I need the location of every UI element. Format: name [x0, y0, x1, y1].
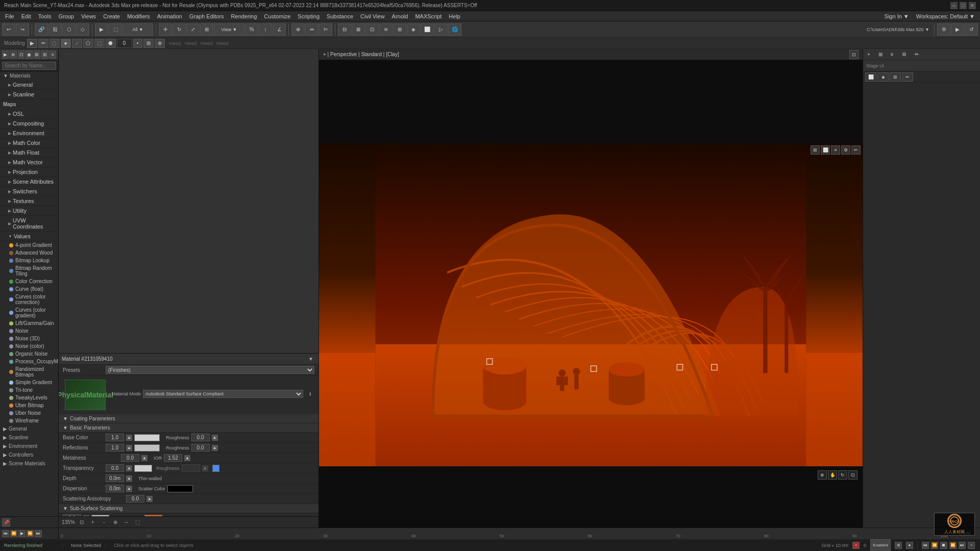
menu-scripting[interactable]: Scripting — [295, 12, 323, 20]
select-button[interactable]: ▶ — [95, 23, 108, 36]
view2-tab[interactable]: View2 — [184, 41, 197, 46]
vp-tool2[interactable]: ⬜ — [821, 145, 830, 155]
timeline-play[interactable]: ▶ — [18, 530, 26, 537]
ior-spinner[interactable]: ▲ — [184, 455, 190, 461]
menu-civil-view[interactable]: Civil View — [357, 12, 387, 20]
depth-spinner[interactable]: ▲ — [126, 475, 132, 482]
sign-in-button[interactable]: Sign In ▼ — [881, 12, 912, 20]
tree-textures[interactable]: ▶ Textures — [0, 196, 58, 206]
percent-snap[interactable]: % — [245, 23, 258, 36]
value-item[interactable]: 4-point Gradient — [0, 241, 58, 249]
right-sub-tab4[interactable]: ✏ — [902, 72, 913, 82]
view4-tab[interactable]: View4 — [216, 41, 228, 46]
value-item[interactable]: Noise (3D) — [0, 335, 58, 342]
next-bottom[interactable]: ⏩ — [949, 542, 957, 549]
maximize-nav[interactable]: ⊡ — [848, 470, 857, 480]
material-mode-info[interactable]: ℹ — [305, 389, 314, 398]
left-tool2[interactable]: ⊕ — [10, 51, 16, 59]
minimize-button[interactable]: ─ — [950, 2, 958, 9]
timeline-end[interactable]: ⏭ — [35, 530, 42, 537]
timeline-track[interactable]: 0102030405060708090100 — [59, 528, 949, 539]
base-color-spinner-up[interactable]: ▲ — [126, 435, 132, 441]
coating-params-section[interactable]: ▼ Coating Parameters — [59, 414, 318, 423]
value-item[interactable]: TweakyLevels — [0, 394, 58, 402]
menu-customize[interactable]: Customize — [261, 12, 293, 20]
redo-button[interactable]: ↪ — [16, 23, 29, 36]
angle-snap[interactable]: ∠ — [273, 23, 286, 36]
link-button[interactable]: 🔗 — [35, 23, 48, 36]
menu-rendering[interactable]: Rendering — [228, 12, 260, 20]
vp-tool5[interactable]: ✏ — [851, 145, 861, 155]
layer-btn[interactable]: ⊟ — [338, 23, 351, 36]
value-item[interactable]: Color Correction — [0, 278, 58, 285]
tree-math-float[interactable]: ▶ Math Float — [0, 148, 58, 158]
right-sub-tab2[interactable]: ◈ — [877, 72, 889, 82]
menu-tools[interactable]: Tools — [35, 12, 55, 20]
filter-dropdown[interactable]: All ▼ — [122, 23, 153, 36]
menu-group[interactable]: Group — [55, 12, 77, 20]
tree-math-color[interactable]: ▶ Math Color — [0, 138, 58, 148]
vp-tool1[interactable]: ⊞ — [811, 145, 820, 155]
rotate-button[interactable]: ↻ — [173, 23, 186, 36]
schematic-btn[interactable]: ⊞ — [393, 23, 406, 36]
left-tool6[interactable]: ⊞ — [41, 51, 48, 59]
tree-controllers[interactable]: ▶ Controllers — [0, 450, 58, 459]
bind2-button[interactable]: ◇ — [76, 23, 89, 36]
lasso-tool[interactable]: ◌ — [50, 39, 60, 48]
nav-btn1[interactable]: ⊕ — [111, 518, 120, 527]
edge-btn[interactable]: ⟋ — [72, 39, 82, 48]
tree-scene-attr[interactable]: ▶ Scene Attributes — [0, 177, 58, 187]
value-item[interactable]: Advanced Wood — [0, 249, 58, 257]
layer2-btn[interactable]: ⊠ — [352, 23, 365, 36]
dispersion-value[interactable] — [106, 485, 124, 492]
select-tool[interactable]: ▶ — [27, 39, 37, 48]
timeline-prev[interactable]: ⏪ — [10, 530, 17, 537]
disp-spinner[interactable]: ▲ — [126, 486, 132, 492]
value-item[interactable]: Randomized Bitmaps — [0, 365, 58, 379]
undo-button[interactable]: ↩ — [2, 23, 15, 36]
value-item[interactable]: Uber Bitmap — [0, 402, 58, 409]
value-item[interactable]: Bitmap Random Tiling — [0, 264, 58, 278]
transparency-value[interactable] — [106, 464, 124, 472]
menu-graph-editors[interactable]: Graph Editors — [186, 12, 227, 20]
right-sub-tab1[interactable]: ⬜ — [865, 72, 876, 82]
layer3-btn[interactable]: ⊡ — [365, 23, 379, 36]
tree-environment[interactable]: ▶ Environment — [0, 129, 58, 138]
scale-button[interactable]: ⤢ — [186, 23, 200, 36]
base-color-swatch[interactable] — [134, 434, 160, 441]
menu-edit[interactable]: Edit — [18, 12, 34, 20]
grid-btn[interactable]: ⊞ — [143, 39, 154, 48]
reflections-value[interactable] — [106, 444, 124, 452]
vp-tool4[interactable]: ⚙ — [841, 145, 850, 155]
spinner-snap[interactable]: ↕ — [259, 23, 272, 36]
refl-spinner[interactable]: ▲ — [126, 445, 132, 451]
zoom-fit[interactable]: ⊡ — [77, 518, 86, 527]
left-tool3[interactable]: ⊡ — [18, 51, 24, 59]
tree-general-bottom[interactable]: ▶ General — [0, 424, 58, 433]
snap-btn[interactable]: ⊕ — [155, 39, 165, 48]
refl-color-swatch[interactable] — [134, 444, 160, 452]
tree-compositing[interactable]: ▶ Compositing — [0, 119, 58, 129]
bind-button[interactable]: ⬡ — [62, 23, 76, 36]
menu-create[interactable]: Create — [100, 12, 123, 20]
end-bottom[interactable]: ⏭ — [959, 542, 966, 549]
left-tool7[interactable]: ≡ — [50, 51, 56, 59]
right-sub-tab3[interactable]: ⊞ — [890, 72, 901, 82]
value-item[interactable]: Noise (color) — [0, 342, 58, 350]
tree-scanline[interactable]: ▶ Scanline — [0, 90, 58, 99]
right-tab2[interactable]: ⊞ — [874, 51, 887, 58]
tree-switchers[interactable]: ▶ Switchers — [0, 187, 58, 196]
move-button[interactable]: ✛ — [159, 23, 172, 36]
thin-walled-toggle[interactable] — [212, 465, 219, 472]
value-item[interactable]: Uber Noise — [0, 409, 58, 417]
roughness-value[interactable] — [191, 434, 210, 441]
timeline-start[interactable]: ⏮ — [2, 530, 9, 537]
timeline-next[interactable]: ⏩ — [27, 530, 34, 537]
presets-select[interactable]: (Finishes) — [106, 366, 314, 374]
unlink-button[interactable]: ⛓ — [48, 23, 62, 36]
render-setup-btn[interactable]: ⚙ — [937, 23, 950, 36]
tree-environment-bottom[interactable]: ▶ Environment — [0, 442, 58, 450]
pan-nav[interactable]: ✋ — [828, 470, 837, 480]
menu-modifiers[interactable]: Modifiers — [124, 12, 153, 20]
enable-btn[interactable]: Enabled — [870, 539, 891, 552]
